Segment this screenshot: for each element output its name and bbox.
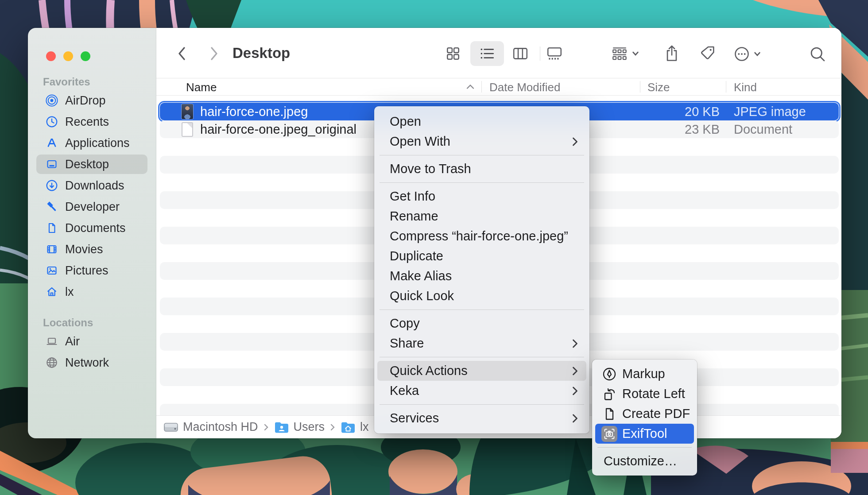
forward-button[interactable] <box>208 46 220 62</box>
menu-item-label: Share <box>390 336 424 351</box>
menu-item-label: Open <box>390 114 421 129</box>
menu-item-label: Open With <box>390 134 450 149</box>
sidebar-item-developer[interactable]: Developer <box>28 196 156 217</box>
markup-icon <box>602 367 616 381</box>
sidebar-item-network[interactable]: Network <box>28 352 156 373</box>
sidebar-item-desktop[interactable]: Desktop <box>28 154 156 175</box>
submenu-item-create-pdf[interactable]: Create PDF <box>592 404 697 424</box>
sidebar-item-label: Movies <box>65 243 103 256</box>
submenu-item-label: Customize… <box>604 454 677 468</box>
zoom-button[interactable] <box>81 51 90 61</box>
column-divider[interactable] <box>481 81 482 93</box>
chevron-left-icon <box>176 46 188 62</box>
sidebar-item-label: Air <box>65 335 80 348</box>
sidebar-item-label: lx <box>65 285 74 299</box>
sidebar-item-label: AirDrop <box>65 94 106 108</box>
sidebar-item-downloads[interactable]: Downloads <box>28 175 156 196</box>
view-gallery-button[interactable] <box>546 46 563 62</box>
submenu-item-label: Rotate Left <box>622 387 685 401</box>
airdrop-icon <box>46 94 58 107</box>
menu-item-keka[interactable]: Keka <box>374 381 589 401</box>
folder-users-icon <box>274 421 289 433</box>
submenu-chevron-icon <box>572 339 578 348</box>
column-header-date-modified[interactable]: Date Modified <box>489 81 560 94</box>
path-item-lx[interactable]: lx <box>341 420 369 434</box>
view-icons-button[interactable] <box>445 46 461 62</box>
group-by-icon <box>611 46 628 62</box>
view-columns-button[interactable] <box>512 46 529 62</box>
menu-item-duplicate[interactable]: Duplicate <box>374 246 589 266</box>
menu-item-compress[interactable]: Compress “hair-force-one.jpeg” <box>374 226 589 246</box>
menu-item-move-to-trash[interactable]: Move to Trash <box>374 159 589 179</box>
menu-item-quick-actions[interactable]: Quick Actions <box>377 361 586 381</box>
menu-item-label: Move to Trash <box>390 162 471 176</box>
menu-item-make-alias[interactable]: Make Alias <box>374 266 589 286</box>
column-divider[interactable] <box>726 81 726 93</box>
more-actions-button[interactable] <box>733 46 761 62</box>
sidebar-item-recents[interactable]: Recents <box>28 111 156 132</box>
sidebar-item-air[interactable]: Air <box>28 331 156 352</box>
column-header-name[interactable]: Name <box>186 81 217 94</box>
column-header-size[interactable]: Size <box>647 81 670 94</box>
minimize-button[interactable] <box>63 51 73 61</box>
column-divider[interactable] <box>640 81 640 93</box>
back-button[interactable] <box>176 46 188 62</box>
list-view-icon <box>479 46 496 62</box>
sidebar-item-label: Downloads <box>65 179 124 193</box>
menu-item-label: Quick Actions <box>390 364 468 378</box>
path-item-users[interactable]: Users <box>274 420 325 434</box>
path-item-label: lx <box>360 420 369 434</box>
view-list-button[interactable] <box>479 46 496 62</box>
path-item-macintosh-hd[interactable]: Macintosh HD <box>163 420 258 434</box>
tags-button[interactable] <box>699 45 717 62</box>
photo-icon <box>46 264 58 277</box>
submenu-item-rotate-left[interactable]: Rotate Left <box>592 384 697 404</box>
submenu-chevron-icon <box>572 386 578 396</box>
submenu-item-customize[interactable]: Customize… <box>592 451 697 471</box>
menu-item-label: Rename <box>390 209 438 224</box>
clock-icon <box>46 116 58 128</box>
share-button[interactable] <box>663 44 680 63</box>
sidebar-item-label: Pictures <box>65 264 108 278</box>
toolbar: Desktop <box>156 28 841 78</box>
chevron-right-icon <box>208 46 220 62</box>
submenu-item-markup[interactable]: Markup <box>592 364 697 384</box>
hammer-icon <box>46 201 58 213</box>
sidebar-item-label: Desktop <box>65 158 109 171</box>
menu-item-rename[interactable]: Rename <box>374 206 589 226</box>
sidebar-item-home[interactable]: lx <box>28 281 156 302</box>
menu-item-copy[interactable]: Copy <box>374 313 589 333</box>
globe-icon <box>46 356 58 369</box>
submenu-chevron-icon <box>572 137 578 147</box>
search-button[interactable] <box>809 45 826 63</box>
submenu-item-label: Markup <box>622 367 665 381</box>
view-buttons-divider <box>540 46 540 61</box>
sidebar-item-documents[interactable]: Documents <box>28 217 156 239</box>
group-by-button[interactable] <box>611 46 639 62</box>
menu-item-get-info[interactable]: Get Info <box>374 186 589 206</box>
menu-item-open[interactable]: Open <box>374 112 589 131</box>
column-header-kind[interactable]: Kind <box>734 81 757 94</box>
rotate-left-icon <box>602 387 616 401</box>
sidebar-item-movies[interactable]: Movies <box>28 239 156 260</box>
menu-item-services[interactable]: Services <box>374 408 589 428</box>
close-button[interactable] <box>46 51 56 61</box>
image-thumbnail <box>182 104 193 119</box>
ellipsis-circle-icon <box>733 46 750 62</box>
sidebar-item-applications[interactable]: Applications <box>28 132 156 154</box>
film-icon <box>46 243 58 255</box>
menu-item-share[interactable]: Share <box>374 333 589 353</box>
menu-item-quick-look[interactable]: Quick Look <box>374 286 589 306</box>
column-view-icon <box>512 46 529 62</box>
submenu-item-exiftool[interactable]: ExifTool <box>595 424 694 444</box>
sidebar-item-airdrop[interactable]: AirDrop <box>28 90 156 111</box>
hard-drive-icon <box>163 421 178 433</box>
menu-item-label: Quick Look <box>390 289 454 303</box>
column-headers: Name Date Modified Size Kind <box>156 78 841 96</box>
file-kind: JPEG image <box>734 104 806 119</box>
sidebar-item-label: Applications <box>65 136 130 150</box>
chevron-down-icon <box>632 51 639 56</box>
sidebar-item-pictures[interactable]: Pictures <box>28 260 156 281</box>
menu-item-open-with[interactable]: Open With <box>374 131 589 151</box>
submenu-chevron-icon <box>572 366 578 376</box>
